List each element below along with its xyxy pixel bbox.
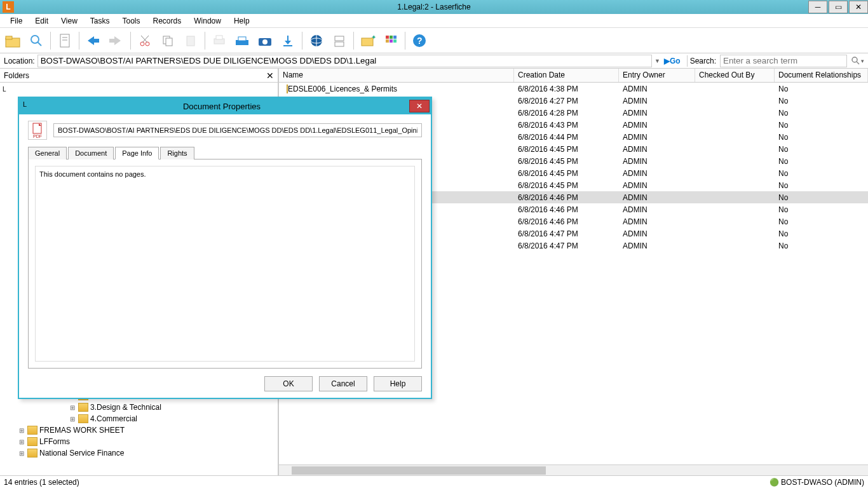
tree-item[interactable]: ⊞4.Commercial xyxy=(0,413,278,424)
tab-page-info[interactable]: Page Info xyxy=(115,147,159,159)
tree-item[interactable]: ⊞FREMAS WORK SHEET xyxy=(0,424,278,436)
cell-date: 6/8/2016 4:46 PM xyxy=(514,205,619,214)
svg-line-3 xyxy=(37,42,41,46)
svg-rect-4 xyxy=(60,34,69,47)
expand-icon[interactable]: ⊞ xyxy=(18,438,25,445)
ok-button[interactable]: OK xyxy=(264,376,313,391)
tab-general[interactable]: General xyxy=(28,147,67,159)
go-button[interactable]: ▶ Go xyxy=(664,57,681,65)
svg-marker-23 xyxy=(285,41,291,44)
cell-rel: No xyxy=(775,145,868,154)
menubar: File Edit View Tasks Tools Records Windo… xyxy=(0,14,868,28)
menu-view[interactable]: View xyxy=(55,17,84,25)
tree-item[interactable]: ⊞National Service Finance xyxy=(0,447,278,459)
svg-line-41 xyxy=(857,62,859,64)
expand-icon[interactable]: ⊞ xyxy=(69,404,76,411)
col-doc-relationships[interactable]: Document Relationships xyxy=(775,69,868,82)
toolbar: ✦ ? xyxy=(0,28,868,53)
grid-icon[interactable] xyxy=(380,30,402,51)
svg-rect-37 xyxy=(393,39,397,43)
globe-icon[interactable] xyxy=(306,30,327,51)
search-input[interactable] xyxy=(720,55,847,67)
maximize-button[interactable]: ▭ xyxy=(829,1,848,13)
cell-date: 6/8/2016 4:38 PM xyxy=(514,85,619,93)
tree-label: LFForms xyxy=(39,437,70,446)
dialog-path-input[interactable] xyxy=(53,123,422,137)
form-icon[interactable] xyxy=(329,30,350,51)
menu-records[interactable]: Records xyxy=(147,17,188,25)
scan-icon[interactable] xyxy=(231,30,253,51)
cell-owner: ADMIN xyxy=(619,205,695,214)
list-horizontal-scrollbar[interactable] xyxy=(279,464,868,475)
tree-label: FREMAS WORK SHEET xyxy=(39,426,125,435)
svg-rect-33 xyxy=(390,36,393,39)
menu-help[interactable]: Help xyxy=(227,17,256,25)
svg-rect-35 xyxy=(386,39,389,43)
cell-owner: ADMIN xyxy=(619,157,695,166)
col-name[interactable]: Name xyxy=(279,69,514,82)
search-icon[interactable] xyxy=(25,30,47,51)
list-header: Name Creation Date Entry Owner Checked O… xyxy=(279,69,868,83)
folders-close-icon[interactable]: ✕ xyxy=(266,71,274,81)
tab-rights[interactable]: Rights xyxy=(160,147,194,159)
svg-rect-32 xyxy=(386,36,389,39)
open-folder-icon[interactable] xyxy=(3,30,24,51)
menu-window[interactable]: Window xyxy=(187,17,227,25)
col-checked-out-by[interactable]: Checked Out By xyxy=(695,69,775,82)
print-icon xyxy=(208,30,230,51)
help-icon[interactable]: ? xyxy=(409,30,430,51)
new-folder-icon[interactable]: ✦ xyxy=(357,30,379,51)
cell-date: 6/8/2016 4:45 PM xyxy=(514,157,619,166)
svg-text:?: ? xyxy=(417,36,423,46)
cell-date: 6/8/2016 4:45 PM xyxy=(514,145,619,154)
expand-icon[interactable]: ⊞ xyxy=(18,450,25,457)
tree-item[interactable]: ⊞3.Design & Technical xyxy=(0,402,278,413)
cancel-button[interactable]: Cancel xyxy=(319,376,367,391)
cell-rel: No xyxy=(775,217,868,226)
cell-date: 6/8/2016 4:43 PM xyxy=(514,121,619,130)
cell-owner: ADMIN xyxy=(619,145,695,154)
cell-owner: ADMIN xyxy=(619,169,695,178)
search-go-icon[interactable] xyxy=(851,56,861,66)
repo-root-icon[interactable]: L xyxy=(3,86,13,96)
menu-file[interactable]: File xyxy=(4,17,29,25)
copy-icon[interactable] xyxy=(157,30,179,51)
tree-label: 4.Commercial xyxy=(90,414,137,423)
download-icon[interactable] xyxy=(277,30,299,51)
svg-rect-28 xyxy=(335,36,344,41)
document-properties-dialog: L Document Properties ✕ PDF General Docu… xyxy=(18,97,432,399)
folder-icon xyxy=(27,426,37,435)
tab-document[interactable]: Document xyxy=(68,147,114,159)
location-input[interactable] xyxy=(37,55,652,67)
tab-content: This document contains no pages. xyxy=(28,159,422,369)
document-icon[interactable] xyxy=(54,30,76,51)
back-icon[interactable] xyxy=(83,30,104,51)
tree-item[interactable]: ⊞LFForms xyxy=(0,436,278,447)
menu-tools[interactable]: Tools xyxy=(116,17,147,25)
menu-edit[interactable]: Edit xyxy=(29,17,55,25)
table-row[interactable]: EDSLE006_Licences_& Permits6/8/2016 4:38… xyxy=(279,83,868,95)
expand-icon[interactable]: ⊞ xyxy=(18,427,25,434)
svg-rect-14 xyxy=(166,38,172,46)
cell-rel: No xyxy=(775,193,868,202)
col-entry-owner[interactable]: Entry Owner xyxy=(619,69,695,82)
col-creation-date[interactable]: Creation Date xyxy=(514,69,619,82)
paste-icon xyxy=(180,30,201,51)
cell-rel: No xyxy=(775,169,868,178)
status-entry-count: 14 entries (1 selected) xyxy=(4,478,79,487)
close-window-button[interactable]: ✕ xyxy=(849,1,868,13)
minimize-button[interactable]: ─ xyxy=(808,1,827,13)
dialog-close-button[interactable]: ✕ xyxy=(409,100,430,112)
expand-icon[interactable]: ⊞ xyxy=(69,416,76,423)
menu-tasks[interactable]: Tasks xyxy=(84,17,116,25)
cell-owner: ADMIN xyxy=(619,85,695,93)
cell-owner: ADMIN xyxy=(619,133,695,142)
cut-icon[interactable] xyxy=(134,30,156,51)
page-info-message: This document contains no pages. xyxy=(39,170,146,178)
svg-point-40 xyxy=(852,57,857,62)
svg-rect-36 xyxy=(390,39,393,43)
camera-icon[interactable] xyxy=(254,30,276,51)
folder-icon xyxy=(78,414,88,423)
dialog-app-icon: L xyxy=(23,100,34,112)
help-button[interactable]: Help xyxy=(374,376,422,391)
